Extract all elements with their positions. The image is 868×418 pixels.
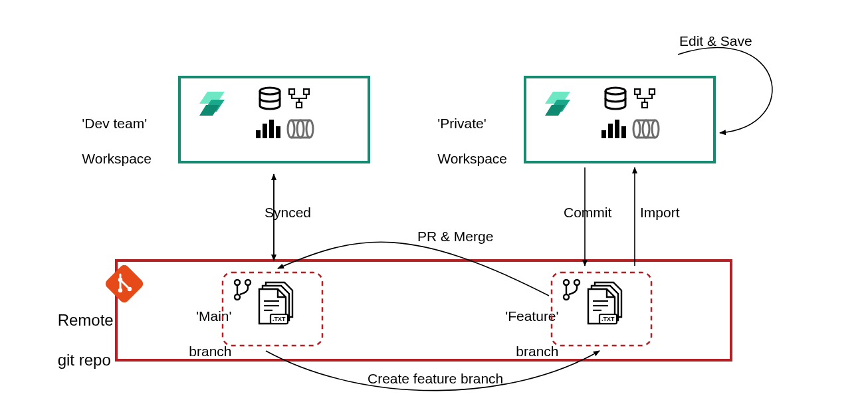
file-ext-main: .TXT [272, 316, 286, 323]
svg-point-24 [118, 288, 122, 292]
text: Workspace [82, 151, 152, 166]
file-ext-feature: .TXT [601, 316, 615, 323]
text: Remote [58, 311, 114, 329]
text: 'Dev team' [82, 116, 147, 131]
edit-save-label: Edit & Save [679, 33, 752, 50]
text: branch [185, 344, 231, 359]
edit-save-loop [678, 48, 772, 133]
diagram-stage: 'Dev team' Workspace 'Private' Workspace… [0, 0, 868, 418]
synced-label: Synced [265, 204, 311, 221]
remote-repo-label: Remote git repo [40, 290, 114, 390]
commit-label: Commit [564, 204, 611, 221]
private-workspace-label: 'Private' Workspace [422, 98, 507, 185]
feature-branch-box [552, 272, 651, 346]
text: 'Private' [437, 116, 486, 131]
import-label: Import [640, 204, 680, 221]
private-workspace-box [525, 77, 714, 162]
svg-rect-25 [223, 272, 322, 346]
main-branch-label: 'Main' branch [169, 290, 232, 377]
main-branch-box [223, 272, 322, 346]
text: git repo [58, 351, 111, 369]
feature-branch-label: 'Feature' branch [488, 290, 559, 377]
text: 'Feature' [505, 308, 558, 324]
pr-merge-arrow [278, 242, 549, 296]
svg-point-22 [118, 278, 122, 282]
create-feature-branch-label: Create feature branch [368, 370, 503, 387]
svg-rect-26 [552, 272, 651, 346]
svg-rect-19 [525, 77, 714, 162]
text: Workspace [437, 151, 507, 166]
text: 'Main' [196, 308, 232, 324]
dev-workspace-box [179, 77, 369, 162]
svg-rect-18 [179, 77, 369, 162]
pr-merge-label: PR & Merge [417, 228, 493, 245]
svg-point-23 [128, 287, 132, 291]
dev-workspace-label: 'Dev team' Workspace [66, 98, 152, 185]
text: branch [504, 344, 558, 359]
